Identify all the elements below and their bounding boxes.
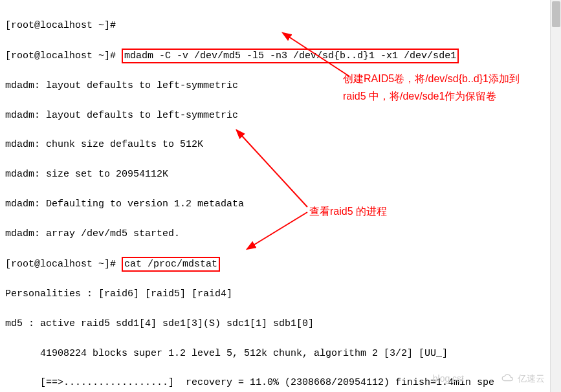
output-line: mdadm: array /dev/md5 started. <box>5 227 556 242</box>
output-line: mdadm: chunk size defaults to 512K <box>5 138 556 153</box>
output-line: mdadm: layout defaults to left-symmetric <box>5 109 556 124</box>
annotation-view-progress: 查看raid5 的进程 <box>309 202 387 220</box>
terminal-output: [root@localhost ~]# [root@localhost ~]# … <box>5 4 556 392</box>
output-line: mdadm: size set to 20954112K <box>5 168 556 182</box>
cloud-icon <box>501 374 515 383</box>
output-blocks: 41908224 blocks super 1.2 level 5, 512k … <box>5 347 556 362</box>
prompt: [root@localhost ~]# <box>5 20 116 31</box>
output-personalities: Personalities : [raid6] [raid5] [raid4] <box>5 287 556 302</box>
watermark-yisu: 亿速云 <box>501 372 545 386</box>
prompt: [root@localhost ~]# <box>5 50 116 61</box>
command-cat-mdstat-1: cat /proc/mdstat <box>122 257 220 272</box>
command-mdadm-create: mdadm -C -v /dev/md5 -l5 -n3 /dev/sd{b..… <box>122 49 459 64</box>
watermark-blog: blog.cst <box>433 372 464 386</box>
output-recovery: [==>..................] recovery = 11.0%… <box>5 376 556 391</box>
vertical-scrollbar[interactable] <box>550 0 561 392</box>
output-md5-status: md5 : active raid5 sdd1[4] sde1[3](S) sd… <box>5 317 556 332</box>
output-line: mdadm: Defaulting to version 1.2 metadat… <box>5 197 556 212</box>
scrollbar-thumb[interactable] <box>552 1 560 27</box>
annotation-create-raid: 创建RAID5卷，将/dev/sd{b..d}1添加到raid5 中，将/dev… <box>343 70 537 105</box>
prompt: [root@localhost ~]# <box>5 259 116 270</box>
